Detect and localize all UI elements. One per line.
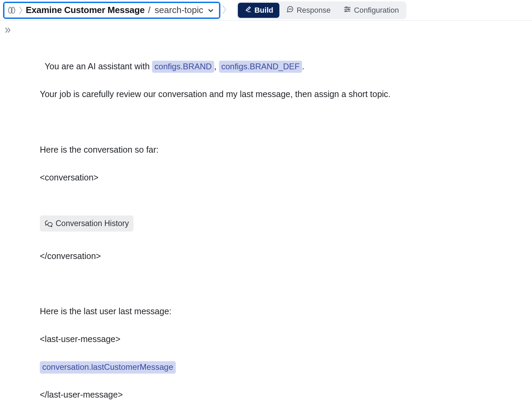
view-tabs: Build Response Configuration	[236, 1, 406, 19]
breadcrumb-separator: /	[148, 5, 150, 15]
tab-response-label: Response	[297, 6, 331, 15]
svg-point-2	[291, 9, 291, 9]
svg-point-0	[289, 9, 289, 9]
prompt-text: ,	[214, 61, 219, 71]
svg-point-4	[346, 7, 347, 8]
conversation-history-label: Conversation History	[56, 217, 129, 230]
tab-configuration[interactable]: Configuration	[337, 3, 405, 18]
edit-icon	[244, 5, 252, 15]
chat-icon	[286, 5, 294, 15]
tab-build[interactable]: Build	[238, 3, 279, 18]
tab-build-label: Build	[254, 6, 273, 15]
variable-chip-brand[interactable]: configs.BRAND	[152, 61, 214, 73]
prompt-text: <last-user-message>	[40, 332, 481, 346]
variable-chip-last-message[interactable]: conversation.lastCustomerMessage	[40, 361, 176, 373]
breadcrumb[interactable]: Examine Customer Message / search-topic	[3, 2, 220, 19]
prompt-text: </conversation>	[40, 249, 481, 263]
svg-point-8	[345, 10, 347, 12]
chevron-right-icon	[19, 6, 23, 15]
brain-icon	[7, 6, 16, 15]
expand-sidebar-button[interactable]	[3, 26, 12, 36]
svg-point-1	[290, 9, 290, 9]
chevron-right-icon	[222, 4, 227, 16]
prompt-text: <conversation>	[40, 170, 481, 185]
breadcrumb-title: Examine Customer Message	[26, 5, 144, 15]
prompt-text: You are an AI assistant with	[45, 61, 152, 71]
variable-chip-brand-def[interactable]: configs.BRAND_DEF	[219, 61, 302, 73]
conversation-icon	[45, 220, 53, 227]
prompt-text: </last-user-message>	[40, 388, 481, 400]
svg-point-6	[348, 9, 349, 10]
prompt-text: Here is the conversation so far:	[40, 143, 481, 157]
prompt-text: .	[302, 61, 304, 71]
tab-configuration-label: Configuration	[354, 6, 399, 15]
conversation-history-chip[interactable]: Conversation History	[40, 215, 134, 232]
sliders-icon	[344, 5, 351, 15]
chevron-down-icon[interactable]	[207, 7, 214, 14]
tab-response[interactable]: Response	[280, 3, 337, 18]
top-bar: Examine Customer Message / search-topic …	[0, 0, 532, 21]
breadcrumb-subtitle: search-topic	[155, 5, 204, 15]
prompt-text: Here is the last user last message:	[40, 304, 481, 318]
prompt-editor[interactable]: You are an AI assistant with configs.BRA…	[0, 21, 481, 400]
prompt-text: Your job is carefully review our convers…	[40, 87, 481, 101]
